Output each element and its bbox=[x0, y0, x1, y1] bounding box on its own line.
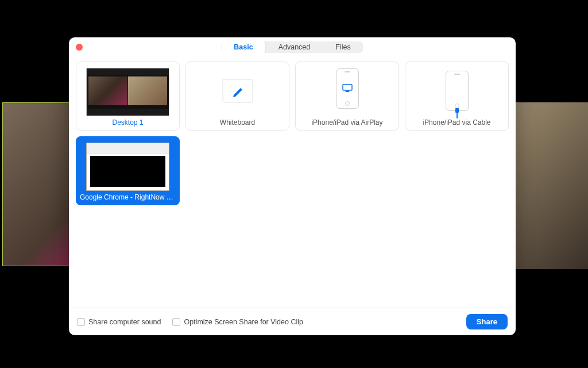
tab-advanced[interactable]: Advanced bbox=[266, 41, 323, 53]
share-option-airplay[interactable]: iPhone/iPad via AirPlay bbox=[295, 62, 399, 131]
cable-icon bbox=[409, 66, 505, 116]
share-option-desktop[interactable]: Desktop 1 bbox=[76, 62, 180, 131]
share-button[interactable]: Share bbox=[466, 314, 508, 329]
svg-rect-2 bbox=[455, 108, 459, 113]
tab-files[interactable]: Files bbox=[323, 41, 363, 53]
share-option-chrome[interactable]: Google Chrome - RightNow Medi... bbox=[76, 136, 180, 205]
modal-titlebar: Basic Advanced Files bbox=[69, 37, 516, 57]
airplay-icon bbox=[299, 66, 395, 116]
tab-basic[interactable]: Basic bbox=[221, 41, 266, 53]
share-option-whiteboard[interactable]: Whiteboard bbox=[185, 62, 289, 131]
modal-footer: Share computer sound Optimize Screen Sha… bbox=[69, 308, 516, 335]
checkbox-optimize-video[interactable]: Optimize Screen Share for Video Clip bbox=[172, 318, 303, 326]
chrome-thumbnail bbox=[86, 143, 169, 191]
checkbox-icon bbox=[172, 318, 180, 326]
tile-label: Google Chrome - RightNow Medi... bbox=[80, 191, 176, 201]
svg-rect-3 bbox=[457, 113, 458, 118]
svg-rect-1 bbox=[343, 85, 352, 90]
tile-label: Whiteboard bbox=[189, 116, 285, 126]
close-icon[interactable] bbox=[76, 44, 83, 51]
checkbox-label: Share computer sound bbox=[88, 318, 161, 326]
share-option-cable[interactable]: iPhone/iPad via Cable bbox=[405, 62, 509, 131]
checkbox-label: Optimize Screen Share for Video Clip bbox=[184, 318, 303, 326]
tile-label: iPhone/iPad via AirPlay bbox=[299, 116, 395, 126]
whiteboard-icon bbox=[189, 66, 285, 116]
tile-label: Desktop 1 bbox=[80, 116, 176, 126]
share-options-grid: Desktop 1 Whiteboard bbox=[69, 57, 516, 308]
checkbox-share-sound[interactable]: Share computer sound bbox=[77, 318, 161, 326]
share-screen-modal: Basic Advanced Files Desktop 1 Whiteboar… bbox=[69, 37, 516, 335]
desktop-thumbnail bbox=[86, 68, 169, 116]
checkbox-icon bbox=[77, 318, 85, 326]
share-tabs: Basic Advanced Files bbox=[221, 41, 363, 53]
